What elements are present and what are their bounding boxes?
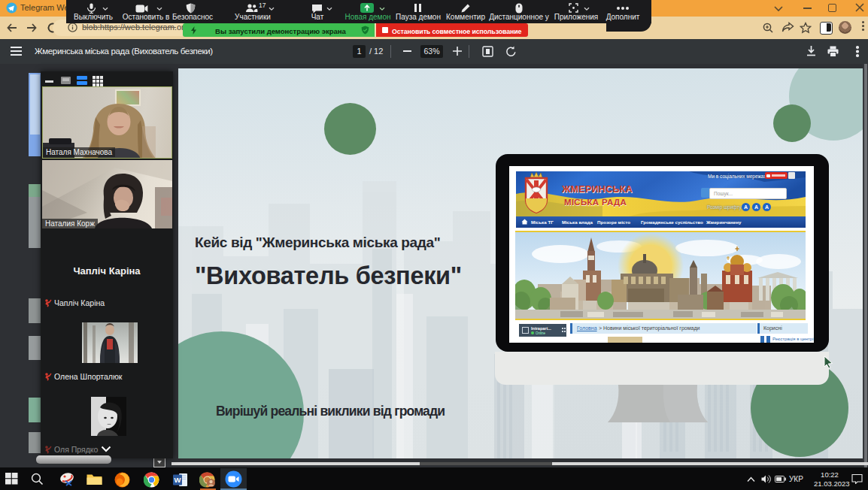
svg-text:W: W (175, 476, 181, 484)
